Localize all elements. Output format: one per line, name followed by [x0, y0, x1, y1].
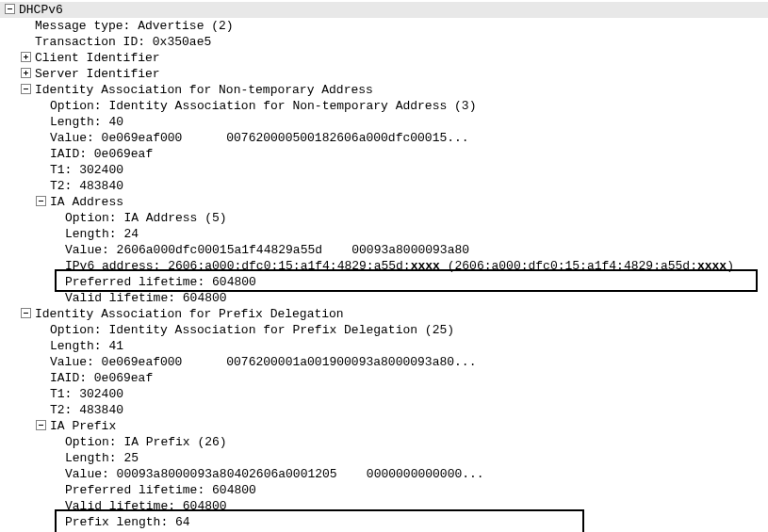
node-client-identifier[interactable]: Client Identifier: [0, 50, 768, 66]
expand-icon[interactable]: [21, 52, 31, 62]
field-ia-prefix-value[interactable]: Value: 00093a8000093a80402606a0001205 00…: [0, 466, 768, 482]
node-ia-address[interactable]: IA Address: [0, 194, 768, 210]
field-ia-pd-value[interactable]: Value: 0e069eaf000 0076200001a001900093a…: [0, 354, 768, 370]
field-ia-na-length[interactable]: Length: 40: [0, 114, 768, 130]
field-ia-prefix-option[interactable]: Option: IA Prefix (26): [0, 434, 768, 450]
label: DHCPv6: [19, 3, 63, 17]
node-server-identifier[interactable]: Server Identifier: [0, 66, 768, 82]
collapse-icon[interactable]: [36, 420, 46, 430]
field-ia-prefix-valid-life[interactable]: Valid lifetime: 604800: [0, 498, 768, 514]
field-transaction-id[interactable]: Transaction ID: 0x350ae5: [0, 34, 768, 50]
field-ia-addr-pref-life[interactable]: Preferred lifetime: 604800: [0, 274, 768, 290]
collapse-icon[interactable]: [21, 84, 31, 94]
field-ia-pd-t1[interactable]: T1: 302400: [0, 386, 768, 402]
field-ipv6-address[interactable]: IPv6 address: 2606:a000:dfc0:15:a1f4:482…: [0, 258, 768, 274]
node-ia-prefix[interactable]: IA Prefix: [0, 418, 768, 434]
node-dhcpv6[interactable]: DHCPv6: [0, 2, 768, 18]
field-ia-addr-valid-life[interactable]: Valid lifetime: 604800: [0, 290, 768, 306]
field-ia-pd-iaid[interactable]: IAID: 0e069eaf: [0, 370, 768, 386]
field-ia-na-t1[interactable]: T1: 302400: [0, 162, 768, 178]
collapse-icon[interactable]: [5, 4, 15, 14]
expand-icon[interactable]: [21, 68, 31, 78]
node-ia-pd[interactable]: Identity Association for Prefix Delegati…: [0, 306, 768, 322]
packet-tree: DHCPv6 Message type: Advertise (2) Trans…: [0, 0, 768, 532]
node-ia-na[interactable]: Identity Association for Non-temporary A…: [0, 82, 768, 98]
field-ia-prefix-pref-life[interactable]: Preferred lifetime: 604800: [0, 482, 768, 498]
field-ia-addr-value[interactable]: Value: 2606a000dfc00015a1f44829a55d 0009…: [0, 242, 768, 258]
field-ia-na-option[interactable]: Option: Identity Association for Non-tem…: [0, 98, 768, 114]
field-ia-pd-option[interactable]: Option: Identity Association for Prefix …: [0, 322, 768, 338]
field-ia-na-iaid[interactable]: IAID: 0e069eaf: [0, 146, 768, 162]
field-message-type[interactable]: Message type: Advertise (2): [0, 18, 768, 34]
field-ia-addr-option[interactable]: Option: IA Address (5): [0, 210, 768, 226]
field-ia-na-t2[interactable]: T2: 483840: [0, 178, 768, 194]
field-ia-na-value[interactable]: Value: 0e069eaf000 007620000500182606a00…: [0, 130, 768, 146]
field-ia-pd-length[interactable]: Length: 41: [0, 338, 768, 354]
field-ia-addr-length[interactable]: Length: 24: [0, 226, 768, 242]
field-ia-prefix-length[interactable]: Length: 25: [0, 450, 768, 466]
collapse-icon[interactable]: [36, 196, 46, 206]
collapse-icon[interactable]: [21, 308, 31, 318]
field-ia-pd-t2[interactable]: T2: 483840: [0, 402, 768, 418]
field-prefix-length[interactable]: Prefix length: 64: [0, 514, 768, 530]
